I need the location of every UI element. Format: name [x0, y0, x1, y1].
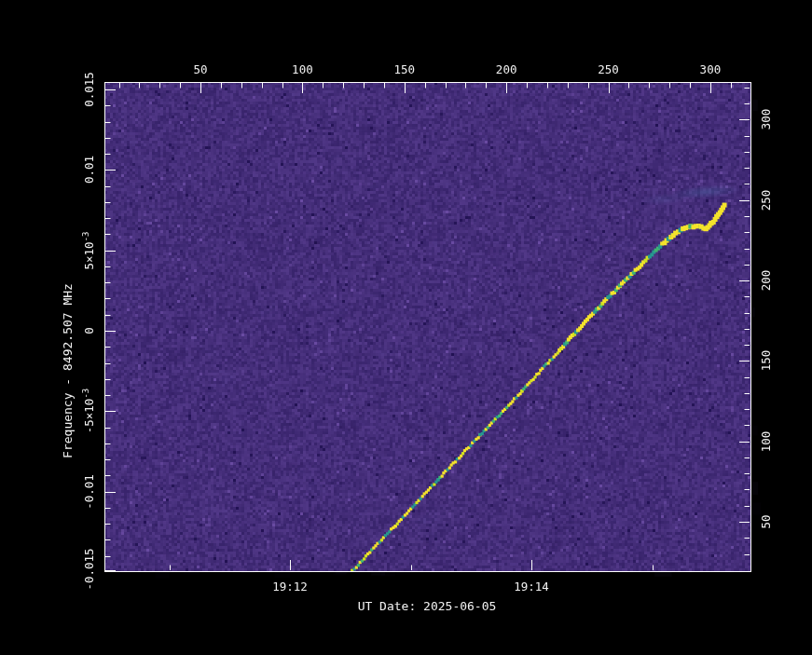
- plot-client-area: Frequency - 8492.507 MHz UT Date: 2025-0…: [3, 29, 809, 652]
- spectrogram-canvas: [0, 0, 812, 655]
- pgplot-window: PGPLOT Window 2 ▲ Frequency - 8492.507 M…: [0, 0, 812, 655]
